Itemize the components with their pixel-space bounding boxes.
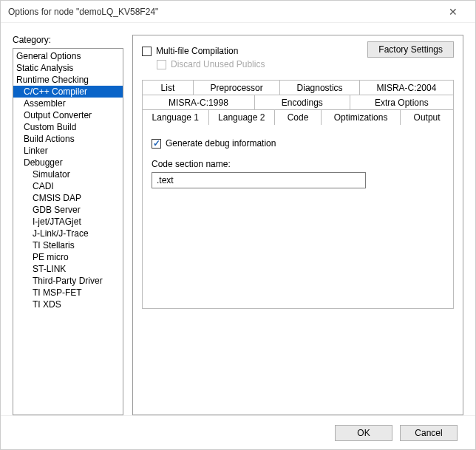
tab-misra-c-1998[interactable]: MISRA-C:1998 [142, 95, 255, 110]
tab-row-2: MISRA-C:1998EncodingsExtra Options [142, 95, 454, 110]
category-item[interactable]: C/C++ Compiler [13, 86, 123, 98]
category-tree[interactable]: General OptionsStatic AnalysisRuntime Ch… [13, 48, 123, 415]
category-label: Category: [13, 35, 123, 45]
category-item[interactable]: CMSIS DAP [13, 192, 123, 204]
tab-code[interactable]: Code [275, 109, 322, 125]
settings-panel: Factory Settings ✓ Multi-file Compilatio… [132, 35, 463, 415]
tab-output[interactable]: Output [401, 109, 454, 125]
category-item[interactable]: Custom Build [13, 121, 123, 133]
ok-button[interactable]: OK [335, 425, 392, 441]
tab-diagnostics[interactable]: Diagnostics [280, 80, 360, 95]
category-item[interactable]: Output Converter [13, 109, 123, 121]
tab-misra-c-2004[interactable]: MISRA-C:2004 [360, 80, 454, 95]
tab-preprocessor[interactable]: Preprocessor [194, 80, 280, 95]
category-item[interactable]: ST-LINK [13, 263, 123, 275]
gendebug-row: ✓ Generate debug information [152, 138, 444, 149]
code-section-label: Code section name: [152, 159, 444, 169]
category-item[interactable]: TI XDS [13, 299, 123, 310]
category-item[interactable]: I-jet/JTAGjet [13, 216, 123, 228]
category-item[interactable]: Linker [13, 145, 123, 157]
tab-optimizations[interactable]: Optimizations [322, 109, 401, 125]
discard-checkbox: ✓ [157, 60, 166, 69]
category-item[interactable]: PE micro [13, 251, 123, 263]
category-item[interactable]: Assembler [13, 98, 123, 109]
discard-label: Discard Unused Publics [171, 59, 265, 69]
gendebug-checkbox[interactable]: ✓ [152, 139, 161, 149]
category-item[interactable]: TI MSP-FET [13, 287, 123, 299]
category-item[interactable]: Build Actions [13, 133, 123, 145]
tab-encodings[interactable]: Encodings [255, 95, 350, 110]
tabs: ListPreprocessorDiagnosticsMISRA-C:2004 … [142, 80, 454, 309]
category-item[interactable]: GDB Server [13, 204, 123, 216]
tab-extra-options[interactable]: Extra Options [350, 95, 454, 110]
category-item[interactable]: CADI [13, 180, 123, 192]
tab-row-1: ListPreprocessorDiagnosticsMISRA-C:2004 [142, 80, 454, 95]
dialog-footer: OK Cancel [1, 415, 475, 449]
titlebar: Options for node "demoLQ_KV58F24" ✕ [1, 1, 475, 23]
tab-language-1[interactable]: Language 1 [142, 109, 209, 125]
gendebug-label: Generate debug information [166, 138, 276, 149]
category-item[interactable]: TI Stellaris [13, 239, 123, 251]
category-item[interactable]: J-Link/J-Trace [13, 228, 123, 239]
cancel-button[interactable]: Cancel [400, 425, 458, 441]
tab-content-output: ✓ Generate debug information Code sectio… [142, 124, 454, 309]
multifile-label: Multi-file Compilation [156, 46, 238, 56]
window-title: Options for node "demoLQ_KV58F24" [8, 7, 438, 17]
category-item[interactable]: Runtime Checking [13, 74, 123, 86]
category-item[interactable]: Debugger [13, 157, 123, 168]
category-panel: Category: General OptionsStatic Analysis… [13, 35, 123, 415]
tab-list[interactable]: List [142, 80, 194, 95]
multifile-checkbox[interactable]: ✓ [142, 47, 152, 56]
options-dialog: Options for node "demoLQ_KV58F24" ✕ Cate… [0, 0, 476, 450]
tab-row-3: Language 1Language 2CodeOptimizationsOut… [142, 110, 454, 125]
category-item[interactable]: Third-Party Driver [13, 275, 123, 287]
dialog-body: Category: General OptionsStatic Analysis… [1, 23, 475, 415]
category-item[interactable]: General Options [13, 50, 123, 62]
close-icon[interactable]: ✕ [438, 6, 468, 18]
category-item[interactable]: Static Analysis [13, 62, 123, 74]
category-item[interactable]: Simulator [13, 168, 123, 180]
tab-language-2[interactable]: Language 2 [209, 109, 276, 125]
discard-row: ✓ Discard Unused Publics [142, 59, 454, 69]
code-section-input[interactable] [152, 172, 366, 188]
factory-settings-button[interactable]: Factory Settings [367, 41, 454, 58]
